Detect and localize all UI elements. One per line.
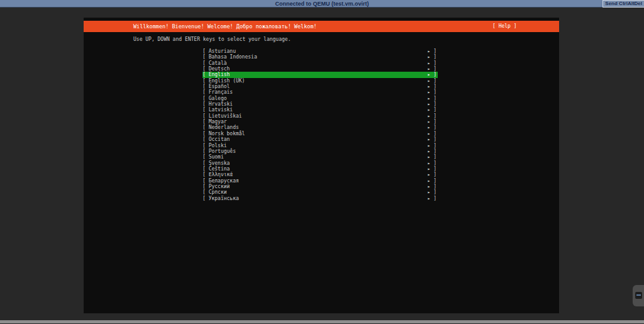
language-option-label: Asturianu bbox=[209, 48, 236, 54]
option-arrow-icon: ▸ ] bbox=[428, 184, 436, 189]
language-option[interactable]: [ Español ▸ ] bbox=[203, 84, 438, 89]
option-arrow-icon: ▸ ] bbox=[428, 196, 436, 201]
option-arrow-icon: ▸ ] bbox=[428, 60, 436, 66]
option-open-bracket: [ bbox=[203, 125, 209, 130]
language-list: [ Asturianu ▸ ] [ Bahasa Indonesia ▸ ] [… bbox=[203, 48, 438, 201]
option-open-bracket: [ bbox=[203, 196, 209, 201]
language-option[interactable]: [ Svenska ▸ ] bbox=[203, 160, 438, 166]
option-open-bracket: [ bbox=[203, 66, 209, 72]
language-option[interactable]: [ Polski ▸ ] bbox=[203, 143, 438, 148]
language-option-label: Català bbox=[209, 60, 227, 66]
help-button[interactable]: [ Help ] bbox=[492, 21, 517, 32]
option-open-bracket: [ bbox=[203, 166, 209, 172]
option-open-bracket: [ bbox=[203, 48, 209, 54]
option-arrow-icon: ▸ ] bbox=[428, 101, 436, 107]
option-open-bracket: [ bbox=[203, 154, 209, 160]
option-open-bracket: [ bbox=[203, 143, 209, 148]
option-arrow-icon: ▸ ] bbox=[428, 84, 436, 89]
language-option-label: Српски bbox=[209, 189, 227, 195]
option-open-bracket: [ bbox=[203, 96, 209, 101]
option-open-bracket: [ bbox=[203, 89, 209, 95]
option-open-bracket: [ bbox=[203, 172, 209, 177]
language-option-label: Galego bbox=[209, 96, 227, 101]
installer-header-bar: Willkommen! Bienvenue! Welcome! Добро по… bbox=[84, 21, 559, 32]
bottom-scrollbar[interactable] bbox=[0, 320, 644, 323]
option-arrow-icon: ▸ ] bbox=[428, 66, 436, 72]
send-ctrl-alt-del-button[interactable]: Send CtrlAltDel bbox=[602, 0, 644, 8]
language-option[interactable]: [ Nederlands ▸ ] bbox=[203, 125, 438, 130]
option-arrow-icon: ▸ ] bbox=[428, 189, 436, 195]
language-option-label: Čeština bbox=[209, 166, 230, 172]
language-option[interactable]: [ Hrvatski ▸ ] bbox=[203, 101, 438, 107]
language-option[interactable]: [ Asturianu ▸ ] bbox=[203, 48, 438, 54]
qemu-console-screen[interactable]: Willkommen! Bienvenue! Welcome! Добро по… bbox=[84, 18, 559, 313]
language-option-label: Suomi bbox=[209, 154, 224, 160]
language-option[interactable]: [ Català ▸ ] bbox=[203, 60, 438, 66]
language-option[interactable]: [ Latviski ▸ ] bbox=[203, 107, 438, 113]
option-arrow-icon: ▸ ] bbox=[428, 48, 436, 54]
option-open-bracket: [ bbox=[203, 137, 209, 142]
language-option[interactable]: [ Ελληνικά ▸ ] bbox=[203, 172, 438, 177]
language-option-label: Português bbox=[209, 148, 236, 154]
welcome-text: Willkommen! Bienvenue! Welcome! Добро по… bbox=[133, 21, 317, 32]
option-open-bracket: [ bbox=[203, 107, 209, 113]
language-option[interactable]: [ Português ▸ ] bbox=[203, 148, 438, 154]
language-option-label: Українська bbox=[209, 196, 239, 201]
option-arrow-icon: ▸ ] bbox=[428, 148, 436, 154]
language-option[interactable]: [ Беларуская ▸ ] bbox=[203, 178, 438, 184]
option-open-bracket: [ bbox=[203, 60, 209, 66]
option-arrow-icon: ▸ ] bbox=[428, 96, 436, 101]
option-arrow-icon: ▸ ] bbox=[428, 54, 436, 60]
language-option[interactable]: [ Čeština ▸ ] bbox=[203, 166, 438, 172]
option-arrow-icon: ▸ ] bbox=[428, 78, 436, 84]
language-option[interactable]: [ Deutsch ▸ ] bbox=[203, 66, 438, 72]
language-option-label: Latviski bbox=[209, 107, 233, 113]
novnc-control-handle[interactable] bbox=[633, 285, 644, 306]
language-option-label: English (UK) bbox=[209, 78, 245, 84]
language-option[interactable]: [ Српски ▸ ] bbox=[203, 189, 438, 195]
language-option[interactable]: [ Galego ▸ ] bbox=[203, 96, 438, 101]
option-arrow-icon: ▸ ] bbox=[428, 119, 436, 125]
option-arrow-icon: ▸ ] bbox=[428, 72, 436, 77]
language-option[interactable]: [ Suomi ▸ ] bbox=[203, 154, 438, 160]
language-option-label: English bbox=[209, 72, 230, 77]
language-option-label: Svenska bbox=[209, 160, 230, 166]
language-option[interactable]: [ Lietuviškai ▸ ] bbox=[203, 113, 438, 119]
language-option-label: Lietuviškai bbox=[209, 113, 242, 119]
language-option-label: Español bbox=[209, 84, 230, 89]
option-open-bracket: [ bbox=[203, 84, 209, 89]
option-open-bracket: [ bbox=[203, 160, 209, 166]
language-option[interactable]: [ Magyar ▸ ] bbox=[203, 119, 438, 125]
language-option[interactable]: [ English ▸ ] bbox=[203, 72, 438, 77]
option-open-bracket: [ bbox=[203, 72, 209, 77]
option-arrow-icon: ▸ ] bbox=[428, 137, 436, 142]
option-arrow-icon: ▸ ] bbox=[428, 172, 436, 177]
language-option[interactable]: [ Norsk bokmål ▸ ] bbox=[203, 131, 438, 137]
language-option-label: Ελληνικά bbox=[209, 172, 233, 177]
option-arrow-icon: ▸ ] bbox=[428, 160, 436, 166]
option-arrow-icon: ▸ ] bbox=[428, 178, 436, 184]
language-option-label: Nederlands bbox=[209, 125, 239, 130]
option-arrow-icon: ▸ ] bbox=[428, 166, 436, 172]
language-option[interactable]: [ Українська ▸ ] bbox=[203, 196, 438, 201]
language-option-label: Occitan bbox=[209, 137, 230, 142]
option-open-bracket: [ bbox=[203, 54, 209, 60]
option-open-bracket: [ bbox=[203, 189, 209, 195]
language-option-label: Deutsch bbox=[209, 66, 230, 72]
option-arrow-icon: ▸ ] bbox=[428, 89, 436, 95]
option-open-bracket: [ bbox=[203, 184, 209, 189]
language-option-label: Bahasa Indonesia bbox=[209, 54, 257, 60]
option-arrow-icon: ▸ ] bbox=[428, 125, 436, 130]
language-option[interactable]: [ Bahasa Indonesia ▸ ] bbox=[203, 54, 438, 60]
option-arrow-icon: ▸ ] bbox=[428, 131, 436, 137]
vnc-toolbar: Connected to QEMU (test.vm.ovirt) Send C… bbox=[0, 0, 644, 8]
option-open-bracket: [ bbox=[203, 178, 209, 184]
option-arrow-icon: ▸ ] bbox=[428, 113, 436, 119]
instruction-text: Use UP, DOWN and ENTER keys to select yo… bbox=[133, 36, 291, 43]
option-open-bracket: [ bbox=[203, 148, 209, 154]
language-option[interactable]: [ Русский ▸ ] bbox=[203, 184, 438, 189]
language-option-label: Magyar bbox=[209, 119, 227, 125]
language-option[interactable]: [ Occitan ▸ ] bbox=[203, 137, 438, 142]
language-option[interactable]: [ Français ▸ ] bbox=[203, 89, 438, 95]
language-option[interactable]: [ English (UK) ▸ ] bbox=[203, 78, 438, 84]
